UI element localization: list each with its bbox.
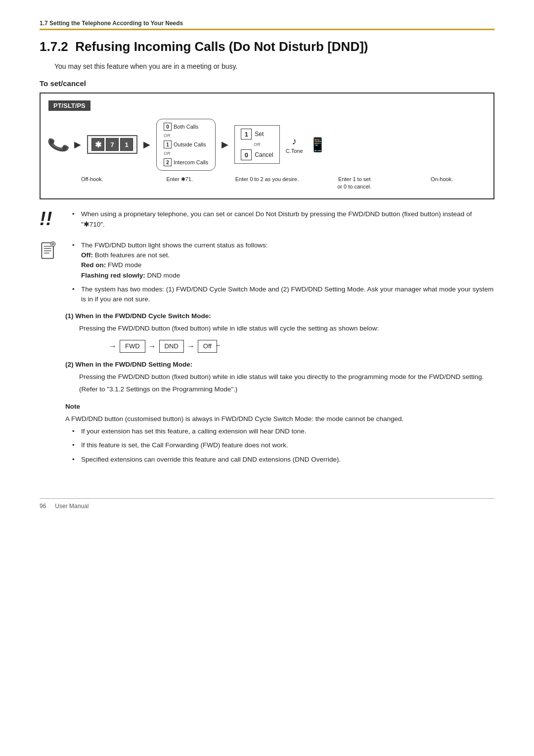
opt-label-both: Both Calls — [174, 122, 198, 132]
diagram-box: PT/SLT/PS 📞 ▶ ✱ 7 1 ▶ 0 Both Calls OR 1 … — [40, 93, 494, 199]
caption-set-cancel: Enter 1 to set or 0 to cancel. — [311, 176, 398, 191]
note1-bullet: When using a proprietary telephone, you … — [72, 209, 494, 230]
diagram-row: 📞 ▶ ✱ 7 1 ▶ 0 Both Calls OR 1 Outside Ca… — [48, 119, 486, 171]
opt-label-outside: Outside Calls — [174, 140, 206, 149]
note-block-1: !! When using a proprietary telephone, y… — [40, 209, 494, 234]
set-cancel-box: 1 Set OR 0 Cancel — [234, 125, 279, 164]
caption-offhook: Off-hook. — [48, 176, 136, 191]
caption-row: Off-hook. Enter ✱71. Enter 0 to 2 as you… — [48, 176, 486, 191]
opt-num-1: 1 — [164, 141, 172, 148]
footer: 96 User Manual — [40, 498, 494, 510]
note-block-2: The FWD/DND button light shows the curre… — [40, 240, 494, 469]
note-bullet-1: If your extension has set this feature, … — [72, 426, 494, 436]
page-number: 96 — [40, 503, 46, 510]
note-content-2: The FWD/DND button light shows the curre… — [65, 240, 494, 469]
ctone-label: C.Tone — [286, 148, 303, 154]
section-title: 1.7.2 Refusing Incoming Calls (Do Not Di… — [40, 39, 494, 54]
subsection-title: To set/cancel — [40, 79, 494, 88]
arrow1: ▶ — [74, 139, 81, 150]
caption-onhook: On-hook. — [398, 176, 486, 191]
ctone-area: ♪ C.Tone — [286, 136, 303, 154]
intro-text: You may set this feature when you are in… — [54, 62, 494, 70]
breadcrumb: 1.7 Setting the Telephone According to Y… — [40, 20, 494, 30]
note-title: Note — [65, 402, 494, 412]
cycle-step-off: Off — [198, 340, 217, 353]
cycle-arrow-start: → — [109, 340, 117, 353]
cycle-step-dnd: DND — [159, 340, 184, 353]
set-num-box: 1 — [241, 129, 252, 140]
opt-num-2: 2 — [164, 158, 172, 166]
note-bullet-3: Specified extensions can override this f… — [72, 455, 494, 465]
onhook-phone-icon: 📱 — [309, 137, 326, 153]
key-group-star71: ✱ 7 1 — [87, 135, 137, 154]
cycle-step-fwd: FWD — [120, 340, 145, 353]
or-label-1: OR — [164, 132, 171, 140]
note2-bullet2: The system has two modes: (1) FWD/DND Cy… — [72, 284, 494, 305]
offhook-phone-icon: 📞 — [46, 133, 71, 157]
setting-mode-item: (2) When in the FWD/DND Setting Mode: Pr… — [65, 360, 494, 395]
options-box: 0 Both Calls OR 1 Outside Calls OR 2 Int… — [156, 119, 216, 171]
cancel-label: Cancel — [255, 151, 273, 158]
arrow2: ▶ — [143, 139, 150, 150]
arrow3: ▶ — [222, 139, 228, 150]
set-label: Set — [255, 131, 264, 138]
cancel-num-box: 0 — [241, 149, 252, 160]
cycle-arrow-2: → — [187, 340, 195, 353]
dbl-excl-icon: !! — [40, 209, 57, 228]
cycle-return-line — [216, 345, 220, 346]
or-divider-label: OR — [241, 142, 273, 147]
note-bullet-2: If this feature is set, the Call Forward… — [72, 440, 494, 450]
opt-label-intercom: Intercom Calls — [174, 158, 208, 167]
caption-enter: Enter ✱71. — [136, 176, 223, 191]
note-content-1: When using a proprietary telephone, you … — [65, 209, 494, 234]
cycle-diagram: → FWD → DND → Off — [109, 340, 494, 353]
key-1: 1 — [120, 138, 133, 151]
manual-label: User Manual — [55, 503, 89, 510]
note-bullets: If your extension has set this feature, … — [72, 426, 494, 465]
cycle-arrow-1: → — [148, 340, 156, 353]
key-star: ✱ — [91, 138, 104, 151]
note-para: A FWD/DND button (customised button) is … — [65, 414, 494, 425]
cycle-mode-item: (1) When in the FWD/DND Cycle Switch Mod… — [65, 311, 494, 353]
opt-num-0: 0 — [164, 123, 172, 131]
music-note-icon: ♪ — [292, 136, 297, 147]
notepad-icon — [40, 240, 57, 262]
or-label-2: OR — [164, 150, 171, 157]
pt-label: PT/SLT/PS — [48, 100, 90, 111]
note2-bullet1: The FWD/DND button light shows the curre… — [72, 240, 494, 281]
key-7: 7 — [106, 138, 119, 151]
caption-options: Enter 0 to 2 as you desire. — [223, 176, 311, 191]
